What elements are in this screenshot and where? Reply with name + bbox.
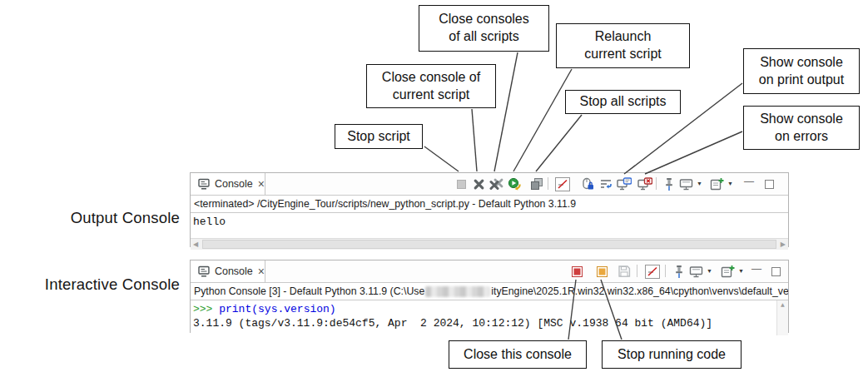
dropdown-arrow-icon[interactable]: ▼: [727, 181, 733, 186]
close-this-console-button[interactable]: [569, 264, 584, 279]
maximize-icon: [765, 180, 774, 189]
scroll-lock-button[interactable]: [580, 176, 595, 191]
display-selected-console-button[interactable]: [688, 264, 703, 279]
console-output-text: hello: [193, 215, 788, 229]
open-console-button[interactable]: [709, 176, 724, 191]
display-selected-console-button[interactable]: [678, 176, 693, 191]
open-console-button[interactable]: [720, 264, 735, 279]
interactive-console-panel: Console ×: [190, 260, 789, 333]
show-on-stdout-button[interactable]: [617, 176, 632, 191]
minimize-button[interactable]: —: [742, 176, 756, 191]
python-output-line: 3.11.9 (tags/v3.11.9:de54cf5, Apr 2 2024…: [193, 316, 788, 330]
python-console-status-line: Python Console [3] - Default Python 3.11…: [191, 283, 788, 300]
show-on-stderr-button[interactable]: [637, 176, 652, 191]
show-on-stderr-icon: [637, 177, 652, 191]
stop-all-scripts-button[interactable]: [529, 176, 544, 191]
show-on-stdout-icon: [617, 177, 632, 191]
toolbar-separator: [665, 265, 666, 277]
close-consoles-all-button[interactable]: [489, 176, 503, 191]
dropdown-arrow-icon[interactable]: ▼: [707, 268, 712, 274]
minimize-icon: —: [744, 176, 754, 186]
python-prompt: >>>: [193, 303, 219, 315]
dropdown-arrow-icon[interactable]: ▼: [697, 181, 702, 186]
close-console-current-icon: [473, 178, 485, 191]
pin-console-button[interactable]: [672, 264, 687, 279]
stop-all-scripts-icon: [530, 177, 543, 191]
launch-status-line: <terminated> /CityEngine_Tour/scripts/ne…: [191, 196, 788, 213]
callout-close-console-current: Close console of current script: [366, 64, 496, 108]
callout-relaunch-current: Relaunch current script: [556, 23, 690, 68]
callout-close-this-console: Close this console: [449, 340, 587, 369]
status-prefix: Python Console [3] - Default Python 3.11…: [194, 285, 424, 297]
word-wrap-toggle-button[interactable]: [645, 264, 660, 279]
scroll-up-icon[interactable]: ▲: [777, 300, 788, 310]
callout-stop-script: Stop script: [335, 124, 423, 149]
stop-script-button[interactable]: [454, 176, 469, 191]
callout-show-console-errors: Show console on errors: [743, 106, 860, 150]
open-console-icon: [721, 265, 735, 279]
minimize-button[interactable]: —: [749, 264, 764, 279]
console-header: Console ×: [191, 173, 788, 196]
minimize-icon: —: [751, 264, 761, 274]
word-wrap-toggle-icon: [645, 265, 660, 279]
clear-console-button[interactable]: [555, 176, 570, 191]
label-output-console: Output Console: [33, 209, 180, 227]
stop-running-code-button[interactable]: [594, 264, 609, 279]
display-selected-console-icon: [689, 265, 703, 278]
callout-stop-running-code: Stop running code: [602, 340, 742, 369]
scrollbar-thumb[interactable]: [202, 240, 776, 249]
status-suffix: ityEngine\2025.1R.win32.win32.x86_64\cpy…: [491, 285, 788, 297]
dropdown-arrow-icon[interactable]: ▼: [738, 268, 744, 274]
stop-running-code-icon: [597, 266, 608, 277]
relaunch-current-icon: [508, 177, 522, 191]
toolbar-separator: [637, 265, 637, 277]
output-console-panel: Console ×: [190, 172, 789, 247]
scroll-right-icon[interactable]: ▶: [781, 239, 786, 250]
open-console-icon: [710, 177, 724, 191]
console-output-area: hello: [191, 213, 788, 238]
pin-console-icon: [663, 177, 675, 191]
close-consoles-all-icon: [489, 178, 503, 191]
console-toolbar: ▼ ▼ —: [191, 173, 788, 195]
word-wrap-button[interactable]: [598, 176, 613, 191]
vertical-scrollbar[interactable]: ▲: [776, 300, 788, 335]
toolbar-separator: [548, 177, 548, 190]
word-wrap-icon: [599, 177, 613, 191]
relaunch-current-button[interactable]: [507, 176, 522, 191]
figure-canvas: Output Console Interactive Console Conso…: [0, 0, 868, 377]
console-header: Console ×: [191, 260, 788, 283]
console-toolbar: ▼ ▼ —: [191, 260, 788, 282]
display-selected-console-icon: [679, 178, 693, 191]
console-input-area[interactable]: >>> print(sys.version) 3.11.9 (tags/v3.1…: [191, 300, 788, 335]
scroll-lock-icon: [581, 177, 594, 191]
pin-console-button[interactable]: [662, 176, 677, 191]
redacted-user-path: [425, 286, 490, 297]
prompt-line: >>> print(sys.version): [193, 302, 788, 316]
maximize-icon: [771, 267, 781, 276]
clear-console-icon: [555, 177, 570, 191]
scroll-left-icon[interactable]: ◀: [193, 239, 198, 250]
close-console-current-button[interactable]: [471, 176, 486, 191]
stop-script-icon: [457, 180, 466, 189]
python-code: print(sys.version): [219, 303, 335, 315]
label-interactive-console: Interactive Console: [3, 275, 180, 294]
maximize-button[interactable]: [768, 264, 783, 279]
callout-show-console-print: Show console on print output: [743, 48, 860, 94]
save-console-icon: [618, 265, 631, 278]
callout-stop-all-scripts: Stop all scripts: [565, 90, 681, 114]
save-console-button[interactable]: [617, 264, 632, 279]
maximize-button[interactable]: [761, 176, 776, 191]
close-this-console-icon: [572, 266, 583, 277]
toolbar-separator: [656, 177, 657, 190]
horizontal-scrollbar[interactable]: ◀ ▶: [191, 238, 788, 250]
callout-close-consoles-all: Close consoles of all scripts: [419, 5, 549, 52]
pin-console-icon: [673, 265, 685, 279]
